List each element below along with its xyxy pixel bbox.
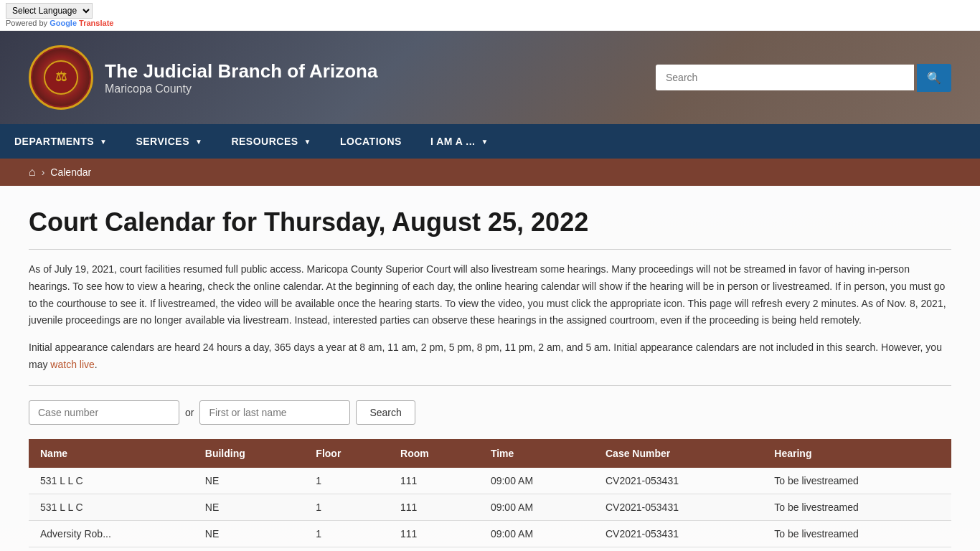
cell-time: 09:00 AM: [479, 468, 594, 494]
top-bar: Select Language Powered by Google Transl…: [0, 0, 980, 31]
chevron-down-icon: ▼: [195, 138, 202, 146]
results-table: Name Building Floor Room Time Case Numbe…: [29, 439, 951, 547]
cell-floor: 1: [304, 520, 389, 547]
nav-item-i-am-a[interactable]: I AM A ... ▼: [416, 124, 503, 159]
watch-live-link[interactable]: watch live: [50, 359, 94, 370]
table-header-row: Name Building Floor Room Time Case Numbe…: [29, 439, 951, 468]
site-header: ⚖ The Judicial Branch of Arizona Maricop…: [0, 31, 980, 124]
powered-by: Powered by Google Translate: [6, 19, 974, 27]
logo-inner: ⚖: [32, 49, 90, 106]
cell-hearing: To be livestreamed: [763, 468, 951, 494]
site-name: The Judicial Branch of Arizona: [105, 60, 377, 83]
header-search-area: 🔍: [656, 64, 951, 92]
header-search-button[interactable]: 🔍: [917, 64, 951, 92]
breadcrumb: ⌂ › Calendar: [0, 159, 980, 186]
nav-item-resources[interactable]: RESOURCES ▼: [217, 124, 326, 159]
description-2-prefix: Initial appearance calendars are heard 2…: [29, 342, 942, 370]
cell-floor: 1: [304, 494, 389, 520]
cell-case_number: CV2021-053431: [594, 494, 763, 520]
cell-hearing: To be livestreamed: [763, 494, 951, 520]
table-row: 531 L L CNE111109:00 AMCV2021-053431To b…: [29, 494, 951, 520]
svg-text:⚖: ⚖: [55, 70, 67, 84]
search-button[interactable]: Search: [356, 400, 415, 425]
nav-label-locations: LOCATIONS: [340, 136, 402, 147]
page-title: Court Calendar for Thursday, August 25, …: [29, 207, 951, 237]
cell-room: 111: [389, 520, 479, 547]
nav-item-departments[interactable]: DEPARTMENTS ▼: [0, 124, 121, 159]
cell-time: 09:00 AM: [479, 520, 594, 547]
table-body: 531 L L CNE111109:00 AMCV2021-053431To b…: [29, 468, 951, 547]
description-1: As of July 19, 2021, court facilities re…: [29, 261, 951, 329]
description-2: Initial appearance calendars are heard 2…: [29, 339, 951, 374]
main-nav: DEPARTMENTS ▼ SERVICES ▼ RESOURCES ▼ LOC…: [0, 124, 980, 159]
cell-building: NE: [194, 494, 305, 520]
cell-time: 09:00 AM: [479, 494, 594, 520]
table-row: Adversity Rob...NE111109:00 AMCV2021-053…: [29, 520, 951, 547]
case-search-form: or Search: [29, 400, 951, 425]
header-content: ⚖ The Judicial Branch of Arizona Maricop…: [0, 31, 980, 124]
site-logo: ⚖: [29, 45, 93, 110]
cell-case_number: CV2021-053431: [594, 468, 763, 494]
divider-2: [29, 385, 951, 386]
divider: [29, 249, 951, 250]
cell-floor: 1: [304, 468, 389, 494]
nav-label-services: SERVICES: [136, 136, 189, 147]
home-icon[interactable]: ⌂: [29, 166, 36, 179]
chevron-down-icon: ▼: [304, 138, 311, 146]
col-case-number: Case Number: [594, 439, 763, 468]
col-room: Room: [389, 439, 479, 468]
cell-building: NE: [194, 520, 305, 547]
cell-name: Adversity Rob...: [29, 520, 194, 547]
chevron-down-icon: ▼: [100, 138, 107, 146]
header-search-input[interactable]: [656, 65, 914, 90]
nav-label-departments: DEPARTMENTS: [14, 136, 94, 147]
table-row: 531 L L CNE111109:00 AMCV2021-053431To b…: [29, 468, 951, 494]
name-search-input[interactable]: [199, 400, 350, 425]
cell-building: NE: [194, 468, 305, 494]
chevron-down-icon: ▼: [481, 138, 488, 146]
site-subtitle: Maricopa County: [105, 83, 377, 95]
col-hearing: Hearing: [763, 439, 951, 468]
cell-case_number: CV2021-053431: [594, 520, 763, 547]
nav-label-resources: RESOURCES: [231, 136, 298, 147]
main-content: Court Calendar for Thursday, August 25, …: [0, 186, 980, 551]
nav-label-i-am-a: I AM A ...: [430, 136, 476, 147]
cell-room: 111: [389, 468, 479, 494]
cell-name: 531 L L C: [29, 494, 194, 520]
site-title: The Judicial Branch of Arizona Maricopa …: [105, 60, 377, 95]
nav-item-locations[interactable]: LOCATIONS: [326, 124, 416, 159]
col-floor: Floor: [304, 439, 389, 468]
logo-area: ⚖ The Judicial Branch of Arizona Maricop…: [29, 45, 377, 110]
col-name: Name: [29, 439, 194, 468]
col-time: Time: [479, 439, 594, 468]
breadcrumb-current: Calendar: [50, 166, 91, 178]
description-2-suffix: .: [95, 359, 98, 370]
cell-hearing: To be livestreamed: [763, 520, 951, 547]
breadcrumb-separator: ›: [42, 166, 45, 178]
table-header: Name Building Floor Room Time Case Numbe…: [29, 439, 951, 468]
case-number-input[interactable]: [29, 400, 179, 425]
or-label: or: [185, 407, 194, 418]
cell-room: 111: [389, 494, 479, 520]
cell-name: 531 L L C: [29, 468, 194, 494]
language-select[interactable]: Select Language: [6, 3, 93, 19]
col-building: Building: [194, 439, 305, 468]
logo-svg: ⚖: [43, 60, 79, 95]
nav-item-services[interactable]: SERVICES ▼: [121, 124, 217, 159]
